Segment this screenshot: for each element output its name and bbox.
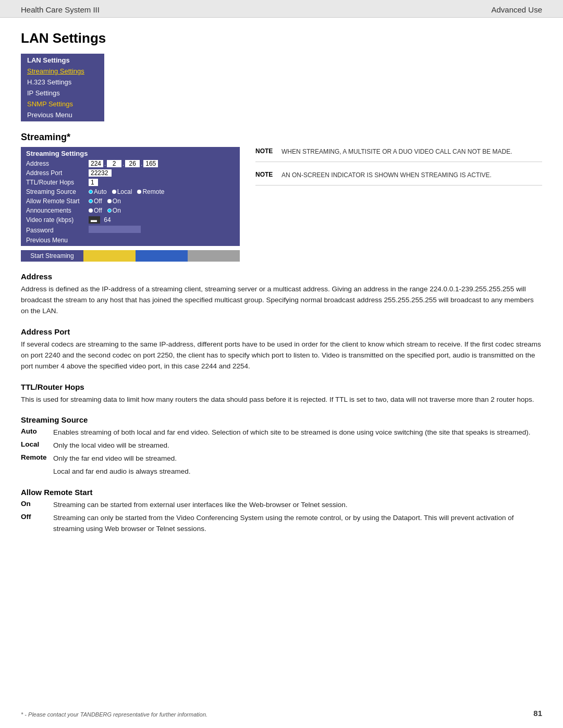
nav-item-h323-settings[interactable]: H.323 Settings [22,77,103,88]
allow-remote-section-title: Allow Remote Start [21,488,542,497]
allow-remote-off-desc: Streaming can only be started from the V… [53,513,542,535]
video-rate-row: Video rate (kbps) ▬ 64 [22,215,239,225]
color-bar-blue [136,250,188,262]
header-right: Advanced Use [491,5,542,14]
note-2-text: An on-screen indicator is shown when str… [282,170,492,180]
announcements-off[interactable]: Off [89,207,102,214]
note-1-text: When streaming, a MultiSite or a Duo Vid… [282,147,512,156]
allow-remote-on-desc: Streaming can be started from external u… [53,500,542,511]
video-rate-label: Video rate (kbps) [22,215,84,225]
allow-remote-off-term: Off [21,513,48,535]
note-1: NOTE When streaming, a MultiSite or a Du… [255,147,542,162]
password-label: Password [22,225,84,236]
source-local-term: Local [21,440,48,451]
settings-box-inner: Streaming Settings Address 224 . 2 . 26 … [21,147,240,246]
settings-table: Address 224 . 2 . 26 . 165 [22,159,239,245]
nav-item-ip-settings[interactable]: IP Settings [22,88,103,98]
settings-box-title: Streaming Settings [22,148,239,159]
address-value: 224 . 2 . 26 . 165 [84,159,239,168]
ttl-section-title: TTL/Router Hops [21,382,542,391]
radio-dot-ann-on [107,208,112,213]
source-auto-desc: Enables streaming of both local and far … [53,427,542,438]
port-display: 22232 [89,169,112,177]
dot-2: . [123,161,124,167]
address-octets: 224 . 2 . 26 . 165 [89,160,235,167]
allow-remote-label: Allow Remote Start [22,196,84,206]
allow-remote-on-item: On Streaming can be started from externa… [21,500,542,511]
radio-dot-on [107,199,112,203]
video-rate-number: 64 [104,216,111,224]
note-2-label: NOTE [255,170,276,180]
ttl-row: TTL/Router Hops 1 [22,178,239,187]
dot-1: . [104,161,106,167]
prev-menu-spacer [84,236,239,245]
source-auto[interactable]: Auto [89,188,107,195]
password-row: Password [22,225,239,236]
nav-item-streaming-settings[interactable]: Streaming Settings [22,66,103,77]
ttl-label: TTL/Router Hops [22,178,84,187]
address-row: Address 224 . 2 . 26 . 165 [22,159,239,168]
source-remote-item: Remote Only the far end video will be st… [21,453,542,464]
page-number: 81 [533,709,542,718]
radio-dot-local [112,190,116,194]
password-field[interactable] [89,226,141,233]
address-port-label: Address Port [22,168,84,178]
allow-remote-row: Allow Remote Start Off On [22,196,239,206]
main-content: LAN Settings LAN Settings Streaming Sett… [0,18,563,558]
nav-item-snmp-settings[interactable]: SNMP Settings [22,98,103,109]
source-local-desc: Only the local video will be streamed. [53,440,542,451]
streaming-section-title: Streaming* [21,132,542,143]
settings-box: Streaming Settings Address 224 . 2 . 26 … [21,147,240,262]
streaming-source-row: Streaming Source Auto Local [22,187,239,196]
ttl-body: This is used for streaming data to limit… [21,394,542,405]
prev-menu-label[interactable]: Previous Menu [22,236,84,245]
nav-item-lan-settings[interactable]: LAN Settings [22,55,103,66]
announcements-radio-group: Off On [89,207,235,214]
announcements-label: Announcements [22,206,84,215]
video-rate-box: ▬ [89,216,100,224]
notes-area: NOTE When streaming, a MultiSite or a Du… [255,147,542,186]
address-port-section-title: Address Port [21,327,542,336]
allow-remote-off[interactable]: Off [89,198,102,205]
page-header: Health Care System III Advanced Use [0,0,563,18]
streaming-source-def-list: Auto Enables streaming of both local and… [21,427,542,464]
address-body: Address is defined as the IP-address of … [21,284,542,317]
address-label: Address [22,159,84,168]
footer-note: * - Please contact your TANDBERG represe… [21,711,207,718]
radio-dot-remote [137,190,141,194]
allow-remote-on-term: On [21,500,48,511]
octet-1: 224 [89,160,103,167]
nav-item-previous-menu[interactable]: Previous Menu [22,109,103,120]
octet-2: 2 [107,160,121,167]
video-rate-value: ▬ 64 [84,215,239,225]
allow-remote-on[interactable]: On [107,198,121,205]
source-local-item: Local Only the local video will be strea… [21,440,542,451]
source-remote-term: Remote [21,453,48,464]
ttl-value: 1 [84,178,239,187]
announcements-on[interactable]: On [107,207,121,214]
address-port-row: Address Port 22232 [22,168,239,178]
streaming-layout: Streaming Settings Address 224 . 2 . 26 … [21,147,542,262]
start-streaming-bar: Start Streaming [21,250,240,262]
source-remote[interactable]: Remote [137,188,164,195]
radio-dot-auto [89,190,93,194]
page-title: LAN Settings [21,30,542,46]
allow-remote-off-item: Off Streaming can only be started from t… [21,513,542,535]
prev-menu-row: Previous Menu [22,236,239,245]
note-2: NOTE An on-screen indicator is shown whe… [255,170,542,186]
source-radio-group: Auto Local Remote [89,188,235,195]
octet-3: 26 [125,160,140,167]
dot-3: . [141,161,142,167]
note-1-label: NOTE [255,147,276,156]
source-auto-term: Auto [21,427,48,438]
radio-dot-ann-off [89,208,93,213]
header-left: Health Care System III [21,5,100,14]
allow-remote-radio-group: Off On [89,198,235,205]
nav-menu: LAN Settings Streaming Settings H.323 Se… [21,54,104,121]
ttl-display: 1 [89,179,98,186]
streaming-source-options: Auto Local Remote [84,187,239,196]
source-local[interactable]: Local [112,188,132,195]
source-remote-desc: Only the far end video will be streamed. [53,453,542,464]
start-streaming-button[interactable]: Start Streaming [21,250,83,262]
allow-remote-def-list: On Streaming can be started from externa… [21,500,542,535]
